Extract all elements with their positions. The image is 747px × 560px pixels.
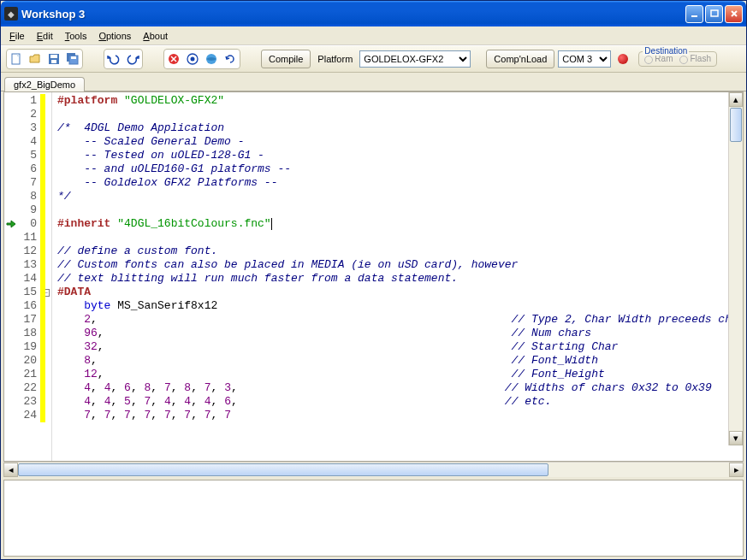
- platform-select[interactable]: GOLDELOX-GFX2: [359, 50, 471, 68]
- undo-button[interactable]: [105, 50, 122, 68]
- menu-options[interactable]: Options: [93, 29, 136, 43]
- platform-label: Platform: [314, 54, 356, 64]
- svg-rect-5: [51, 60, 56, 63]
- svg-rect-8: [71, 56, 76, 59]
- titlebar: ◆ Workshop 3: [1, 1, 746, 27]
- scroll-left-arrow-icon[interactable]: ◂: [3, 463, 18, 477]
- svg-point-11: [191, 57, 195, 62]
- menubar: File Edit Tools Options About: [1, 27, 746, 45]
- scroll-down-arrow-icon[interactable]: ▾: [729, 431, 743, 445]
- stop-button[interactable]: [165, 50, 182, 68]
- destination-group: Destination Ram Flash: [638, 51, 717, 66]
- vscroll-thumb[interactable]: [730, 108, 742, 142]
- compnload-button[interactable]: Comp'nLoad: [486, 50, 554, 68]
- output-pane[interactable]: [3, 480, 744, 557]
- target-button[interactable]: [184, 50, 201, 68]
- tabbar: gfx2_BigDemo: [1, 73, 746, 91]
- menu-file[interactable]: File: [4, 29, 30, 43]
- vertical-scrollbar[interactable]: ▴ ▾: [728, 92, 743, 445]
- open-file-button[interactable]: [27, 50, 44, 68]
- scroll-right-arrow-icon[interactable]: ▸: [729, 463, 744, 477]
- svg-rect-1: [711, 10, 718, 16]
- save-button[interactable]: [45, 50, 62, 68]
- scroll-up-arrow-icon[interactable]: ▴: [729, 92, 743, 107]
- app-icon: ◆: [4, 7, 18, 21]
- code-view[interactable]: #platform "GOLDELOX-GFX2"/* 4DGL Demo Ap…: [52, 92, 743, 461]
- svg-rect-0: [691, 15, 697, 17]
- tab-active[interactable]: gfx2_BigDemo: [4, 77, 85, 91]
- app-window: ◆ Workshop 3 File Edit Tools Options Abo…: [0, 0, 747, 560]
- close-button[interactable]: [725, 5, 743, 23]
- compile-button[interactable]: Compile: [261, 50, 311, 68]
- editor-area: 12345678901112131415161718192021222324 −…: [3, 91, 744, 462]
- save-all-button[interactable]: [64, 50, 81, 68]
- new-file-button[interactable]: [8, 50, 25, 68]
- minimize-button[interactable]: [685, 5, 703, 23]
- menu-tools[interactable]: Tools: [60, 29, 92, 43]
- horizontal-scrollbar[interactable]: ◂ ▸: [3, 462, 744, 477]
- menu-edit[interactable]: Edit: [32, 29, 58, 43]
- redo-button[interactable]: [124, 50, 141, 68]
- line-gutter: 12345678901112131415161718192021222324: [4, 92, 40, 461]
- maximize-button[interactable]: [705, 5, 723, 23]
- titlebar-text: Workshop 3: [21, 8, 685, 21]
- svg-rect-4: [50, 55, 57, 58]
- destination-legend: Destination: [643, 46, 689, 56]
- hscroll-thumb[interactable]: [18, 463, 548, 476]
- globe-button[interactable]: [203, 50, 220, 68]
- menu-about[interactable]: About: [138, 29, 173, 43]
- toolbar: Compile Platform GOLDELOX-GFX2 Comp'nLoa…: [1, 45, 746, 73]
- com-port-select[interactable]: COM 3: [558, 50, 611, 68]
- refresh-button[interactable]: [222, 50, 239, 68]
- status-led-icon: [618, 54, 628, 64]
